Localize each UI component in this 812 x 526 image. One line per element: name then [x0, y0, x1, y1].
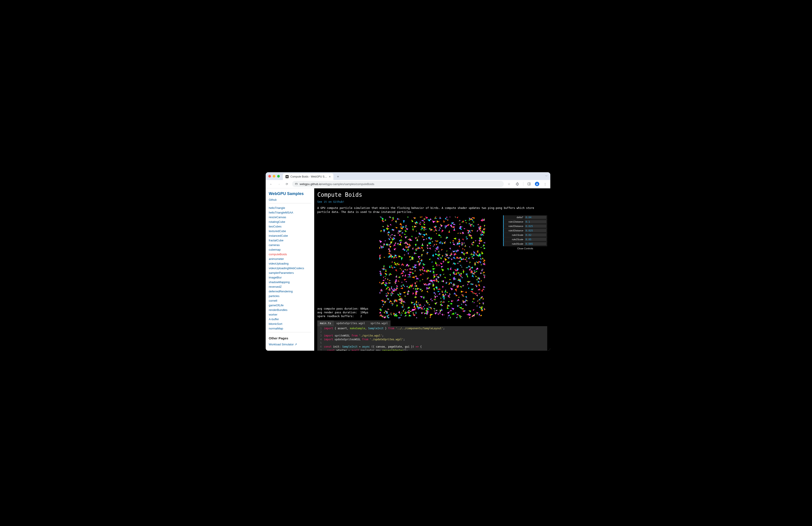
url-text: webgpu.github.io/webgpu-samples/samples/…: [300, 182, 374, 186]
sidebar-item-cubemap[interactable]: cubemap: [269, 247, 311, 252]
control-rule3Distance: rule3Distance0.025: [503, 229, 547, 233]
code-line: 1import { assert, makeSample, SampleInit…: [317, 327, 547, 330]
sidebar-item-gameOfLife[interactable]: gameOfLife: [269, 303, 311, 308]
sidebar-item-animometer[interactable]: animometer: [269, 257, 311, 261]
profile-avatar[interactable]: [535, 182, 539, 186]
control-rule2Scale: rule2Scale0.05: [503, 237, 547, 242]
other-pages-heading: Other Pages: [269, 336, 311, 340]
main-panel: Compute Boids See it on Github! A GPU co…: [314, 188, 550, 351]
sidebar: WebGPU Samples Github helloTrianglehello…: [266, 188, 314, 351]
page-content: WebGPU Samples Github helloTrianglehello…: [266, 188, 550, 351]
forward-button[interactable]: →: [276, 181, 281, 187]
controls-panel: deltaT0.04rule1Distance0.1rule2Distance0…: [503, 215, 547, 251]
tab-close-icon[interactable]: ×: [329, 175, 331, 179]
sample-list: helloTrianglehelloTriangleMSAAresizeCanv…: [269, 205, 311, 331]
code-line: 6const init: SampleInit = async ({ canva…: [317, 345, 547, 349]
control-rule2Distance: rule2Distance0.025: [503, 224, 547, 229]
simulation-canvas: [379, 217, 485, 318]
simulation-row: avg compute pass duration: 886µs avg ren…: [317, 215, 547, 318]
tabs-dropdown-icon[interactable]: ﹀: [545, 174, 548, 178]
extensions-icon[interactable]: [515, 181, 520, 187]
sidebar-divider: [269, 203, 311, 203]
control-value-input[interactable]: 0.025: [525, 225, 546, 228]
toolbar-divider: [523, 182, 523, 186]
code-tab-main.ts[interactable]: main.ts: [317, 321, 334, 326]
see-on-github-link[interactable]: See it on Github!: [317, 200, 547, 203]
control-label: rule3Scale: [504, 242, 525, 245]
control-value-input[interactable]: 0.05: [525, 238, 546, 241]
control-value-input[interactable]: 0.04: [525, 216, 546, 219]
sidebar-item-particles[interactable]: particles: [269, 294, 311, 298]
bookmark-icon[interactable]: ☆: [506, 181, 512, 187]
control-value-input[interactable]: 0.005: [525, 242, 546, 245]
sidebar-item-instancedCube[interactable]: instancedCube: [269, 233, 311, 238]
sidebar-item-videoUploadingWebCodecs[interactable]: videoUploadingWebCodecs: [269, 266, 311, 270]
sidepanel-icon[interactable]: [526, 181, 532, 187]
sidebar-item-reversedZ[interactable]: reversedZ: [269, 284, 311, 289]
control-label: rule2Scale: [504, 238, 525, 241]
browser-tab[interactable]: W Compute Boids - WebGPU S… ×: [283, 173, 333, 180]
address-bar[interactable]: webgpu.github.io/webgpu-samples/samples/…: [292, 181, 504, 187]
brand-title: WebGPU Samples: [269, 191, 311, 196]
simulation-canvas-wrap: [379, 217, 485, 318]
code-body[interactable]: 1import { assert, makeSample, SampleInit…: [317, 326, 547, 351]
maximize-window-icon[interactable]: [277, 175, 280, 177]
browser-toolbar: ← → ⟳ webgpu.github.io/webgpu-samples/sa…: [266, 180, 550, 188]
sidebar-item-renderBundles[interactable]: renderBundles: [269, 308, 311, 312]
control-rule1Distance: rule1Distance0.1: [503, 220, 547, 224]
sidebar-item-texturedCube[interactable]: texturedCube: [269, 229, 311, 233]
page-description: A GPU compute particle simulation that m…: [317, 206, 547, 214]
menu-icon[interactable]: ⋮: [542, 181, 548, 187]
control-label: rule1Scale: [504, 233, 525, 236]
control-value-input[interactable]: 0.025: [525, 229, 546, 232]
close-controls-button[interactable]: Close Controls: [503, 246, 547, 251]
svg-rect-0: [295, 183, 297, 185]
sidebar-item-worker[interactable]: worker: [269, 312, 311, 317]
control-value-input[interactable]: 0.02: [525, 233, 546, 237]
sidebar-item-cameras[interactable]: cameras: [269, 243, 311, 247]
tab-strip: W Compute Boids - WebGPU S… × + ﹀: [266, 172, 550, 180]
minimize-window-icon[interactable]: [273, 175, 275, 177]
window-controls: [268, 175, 280, 177]
sidebar-item-videoUploading[interactable]: videoUploading: [269, 261, 311, 266]
reload-button[interactable]: ⟳: [284, 181, 290, 187]
tab-favicon-icon: W: [286, 175, 289, 178]
sidebar-item-imageBlur[interactable]: imageBlur: [269, 275, 311, 280]
control-label: deltaT: [504, 216, 525, 218]
sidebar-item-shadowMapping[interactable]: shadowMapping: [269, 280, 311, 284]
sidebar-item-computeBoids[interactable]: computeBoids: [269, 252, 311, 257]
sidebar-divider: [269, 332, 311, 332]
close-window-icon[interactable]: [268, 175, 271, 177]
svg-rect-1: [528, 183, 531, 185]
code-tab-updateSprites.wgsl[interactable]: updateSprites.wgsl: [334, 321, 368, 326]
new-tab-button[interactable]: +: [335, 174, 341, 180]
sidebar-item-rotatingCube[interactable]: rotatingCube: [269, 219, 311, 224]
tab-title: Compute Boids - WebGPU S…: [290, 175, 327, 178]
control-label: rule1Distance: [504, 221, 525, 223]
site-info-icon[interactable]: [295, 182, 298, 185]
code-line: 3import spriteWGSL from './sprite.wgsl';: [317, 334, 547, 338]
sidebar-item-twoCubes[interactable]: twoCubes: [269, 224, 311, 229]
sidebar-item-deferredRendering[interactable]: deferredRendering: [269, 289, 311, 294]
page-title: Compute Boids: [317, 191, 547, 198]
sidebar-item-normalMap[interactable]: normalMap: [269, 326, 311, 331]
workload-simulator-link[interactable]: Workload Simulator ↗: [269, 343, 311, 346]
code-tab-bar: main.tsupdateSprites.wgslsprite.wgsl: [317, 321, 547, 326]
control-rule3Scale: rule3Scale0.005: [503, 242, 547, 246]
sidebar-item-fractalCube[interactable]: fractalCube: [269, 238, 311, 243]
sidebar-item-bitonicSort[interactable]: bitonicSort: [269, 322, 311, 326]
code-tab-sprite.wgsl[interactable]: sprite.wgsl: [368, 321, 391, 326]
sidebar-github-link[interactable]: Github: [269, 198, 311, 201]
sidebar-item-samplerParameters[interactable]: samplerParameters: [269, 270, 311, 275]
back-button[interactable]: ←: [268, 181, 274, 187]
sidebar-item-resizeCanvas[interactable]: resizeCanvas: [269, 215, 311, 219]
sidebar-item-helloTriangleMSAA[interactable]: helloTriangleMSAA: [269, 210, 311, 215]
control-label: rule3Distance: [504, 229, 525, 232]
code-line: 2: [317, 330, 547, 334]
control-label: rule2Distance: [504, 225, 525, 227]
control-value-input[interactable]: 0.1: [525, 220, 546, 223]
code-line: 4import updateSpritesWGSL from './update…: [317, 338, 547, 341]
sidebar-item-cornell[interactable]: cornell: [269, 298, 311, 303]
sidebar-item-A-buffer[interactable]: A-buffer: [269, 317, 311, 322]
sidebar-item-helloTriangle[interactable]: helloTriangle: [269, 205, 311, 210]
